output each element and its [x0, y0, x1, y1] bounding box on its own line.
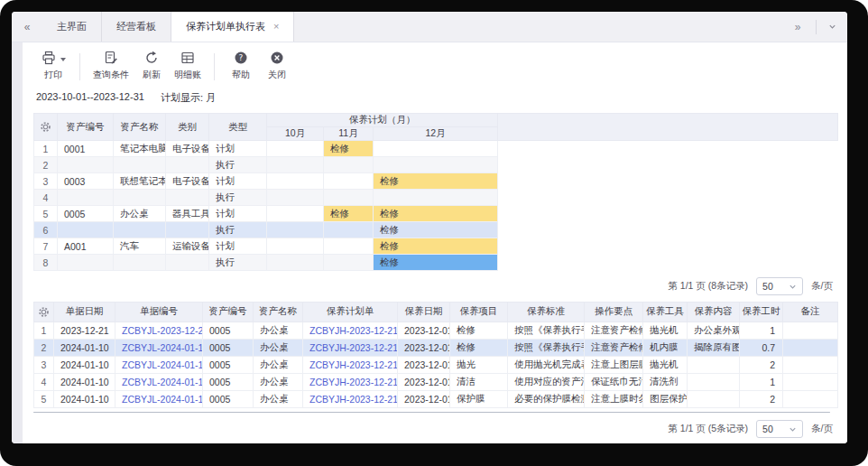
chevron-down-icon	[789, 425, 797, 433]
table-row[interactable]: 12023-12-21ZCBYJL-2023-12-21-000020005办公…	[34, 322, 838, 339]
column-header[interactable]: 资产名称	[114, 114, 166, 141]
table-row[interactable]: 52024-01-10ZCBYJL-2024-01-10-000010005办公…	[34, 390, 838, 407]
column-header[interactable]: 类别	[166, 114, 209, 141]
table-row[interactable]: 4执行	[34, 190, 838, 206]
cell: 计划	[209, 141, 267, 157]
document-link[interactable]: ZCBYJL-2024-01-10-00001	[115, 373, 203, 390]
tab-3[interactable]: 保养计划单执行表×	[171, 12, 294, 42]
tabs-collapse-icon[interactable]: «	[12, 12, 42, 42]
plan-month-cell[interactable]	[267, 222, 324, 238]
table-row[interactable]: 50005办公桌器具工具计划检修检修	[34, 206, 838, 222]
tab-2[interactable]: 经营看板	[102, 12, 171, 42]
cell: 电子设备	[166, 173, 209, 190]
column-header[interactable]: 资产编号	[58, 114, 114, 141]
plan-month-cell[interactable]: 检修	[324, 206, 374, 222]
plan-month-cell[interactable]: 检修	[374, 255, 498, 271]
table-row[interactable]: 8执行检修	[34, 255, 838, 271]
plan-month-cell[interactable]	[324, 255, 374, 271]
document-link[interactable]: ZCBYJL-2024-01-10-00001	[115, 390, 203, 407]
document-link[interactable]: ZCBYJL-2023-12-21-00002	[115, 322, 203, 339]
column-header[interactable]: 保养项目	[450, 302, 508, 322]
plan-month-cell[interactable]: 检修	[374, 206, 498, 222]
column-header[interactable]: 单据编号	[115, 302, 203, 322]
printer-button[interactable]: 打印	[35, 51, 71, 81]
column-header[interactable]: 保养日期	[398, 302, 450, 322]
column-header[interactable]: 保养工时	[740, 302, 783, 322]
plan-month-cell[interactable]	[324, 157, 374, 173]
page-size-select[interactable]: 50	[756, 277, 803, 295]
table-row[interactable]: 7A001汽车运输设备计划检修	[34, 238, 838, 255]
plan-month-cell[interactable]	[267, 173, 324, 190]
month-column-header[interactable]: 11月	[324, 127, 374, 141]
plan-month-cell[interactable]	[374, 190, 498, 206]
document-link[interactable]: ZCBYJH-2023-12-21-00003	[303, 373, 398, 390]
cell: 联想笔记本	[114, 173, 166, 190]
table-row[interactable]: 6执行检修	[34, 222, 838, 238]
cell: 2	[740, 390, 783, 407]
cell: 检修	[450, 322, 508, 339]
column-header[interactable]: 保养内容	[688, 302, 740, 322]
document-link[interactable]: ZCBYJH-2023-12-21-00003	[303, 390, 398, 407]
column-header[interactable]: 类型	[209, 114, 267, 141]
cell: 1	[740, 322, 783, 339]
plan-month-cell[interactable]	[374, 157, 498, 173]
table-row[interactable]: 42024-01-10ZCBYJL-2024-01-10-000010005办公…	[34, 373, 838, 390]
table-row[interactable]: 10001笔记本电脑电子设备计划检修	[34, 141, 838, 157]
tabs-overflow-icon[interactable]: »	[780, 21, 816, 33]
column-header[interactable]: 资产编号	[203, 302, 254, 322]
plan-month-cell[interactable]: 检修	[374, 222, 498, 238]
cell: 图层保护贴	[643, 390, 688, 407]
month-column-header[interactable]: 10月	[267, 127, 324, 141]
plan-month-cell[interactable]	[324, 173, 374, 190]
help-button[interactable]: ?帮助	[223, 51, 259, 81]
page-size-select[interactable]: 50	[756, 420, 803, 438]
ledger-button[interactable]: 明细账	[170, 51, 206, 81]
plan-month-cell[interactable]	[267, 206, 324, 222]
document-link[interactable]: ZCBYJH-2023-12-21-00003	[303, 322, 398, 339]
tab-close-icon[interactable]: ×	[273, 22, 279, 32]
refresh-button[interactable]: 刷新	[134, 51, 170, 81]
document-link[interactable]: ZCBYJH-2023-12-21-00003	[303, 356, 398, 373]
plan-month-cell[interactable]	[267, 157, 324, 173]
row-filler	[498, 206, 838, 222]
plan-month-cell[interactable]: 检修	[324, 141, 374, 157]
plan-month-cell[interactable]	[267, 190, 324, 206]
table-row[interactable]: 32024-01-10ZCBYJL-2024-01-10-000010005办公…	[34, 356, 838, 373]
column-header[interactable]: 备注	[783, 302, 838, 322]
column-header[interactable]: 保养工具	[643, 302, 688, 322]
tab-1[interactable]: 主界面	[42, 12, 102, 42]
gear-icon[interactable]	[34, 306, 53, 318]
plan-month-cell[interactable]	[374, 141, 498, 157]
cell: 0005	[58, 206, 114, 222]
close-circle-button[interactable]: 关闭	[259, 51, 295, 81]
plan-month-cell[interactable]	[324, 222, 374, 238]
plan-month-cell[interactable]	[324, 190, 374, 206]
tabs-menu-chevron-down-icon[interactable]	[817, 23, 847, 31]
column-header[interactable]: 保养计划单	[303, 302, 398, 322]
plan-month-cell[interactable]	[267, 238, 324, 255]
query-button[interactable]: 查询条件	[88, 51, 134, 81]
plan-month-cell[interactable]	[267, 141, 324, 157]
month-column-header[interactable]: 12月	[374, 127, 498, 141]
document-link[interactable]: ZCBYJH-2023-12-21-00003	[303, 339, 398, 356]
cell: 抛光机	[643, 356, 688, 373]
cell: 0005	[203, 339, 254, 356]
column-header[interactable]: 资产名称	[254, 302, 303, 322]
plan-month-cell[interactable]: 检修	[374, 173, 498, 190]
document-link[interactable]: ZCBYJL-2024-01-10-00001	[115, 339, 203, 356]
plan-month-cell[interactable]	[324, 238, 374, 255]
column-header[interactable]: 单据日期	[54, 302, 115, 322]
column-header[interactable]: 操作要点	[585, 302, 643, 322]
table-row[interactable]: 2执行	[34, 157, 838, 173]
table-row[interactable]: 22024-01-10ZCBYJL-2024-01-10-000010005办公…	[34, 339, 838, 356]
plan-month-cell[interactable]: 检修	[374, 238, 498, 255]
column-header[interactable]: 保养标准	[508, 302, 585, 322]
dropdown-caret-icon[interactable]	[60, 58, 66, 61]
table-row[interactable]: 30003联想笔记本电子设备计划检修	[34, 173, 838, 190]
document-link[interactable]: ZCBYJL-2024-01-10-00001	[115, 356, 203, 373]
cell: 保护膜	[450, 390, 508, 407]
gear-icon[interactable]	[34, 121, 57, 133]
row-number: 2	[34, 339, 54, 356]
row-number: 3	[34, 173, 58, 190]
plan-month-cell[interactable]	[267, 255, 324, 271]
